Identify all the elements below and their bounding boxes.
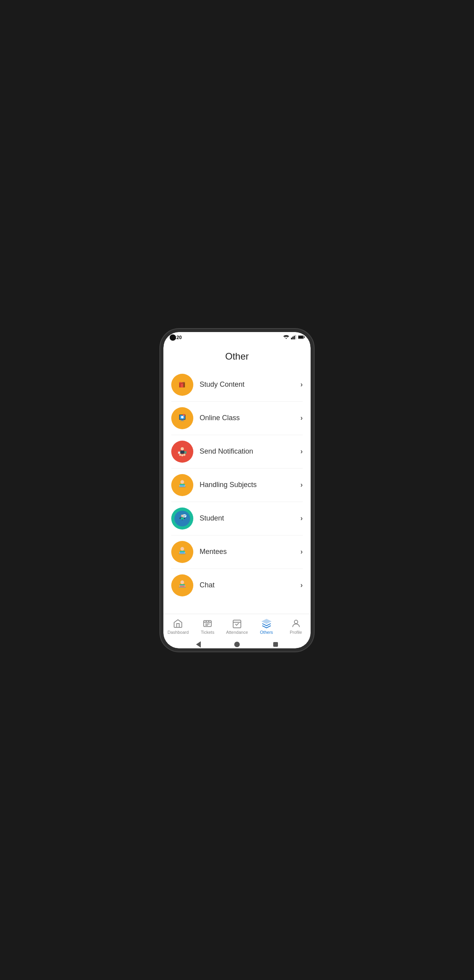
menu-item-send-notification[interactable]: Send Notification › [171,435,303,469]
svg-rect-51 [180,552,185,553]
home-icon [173,618,183,629]
svg-point-23 [181,447,184,450]
svg-point-28 [179,454,181,456]
mentees-chevron: › [300,548,303,556]
handling-subjects-chevron: › [300,481,303,489]
study-content-chevron: › [300,380,303,389]
page-title: Other [163,343,311,368]
battery-icon [298,335,305,340]
send-notification-label: Send Notification [200,447,300,456]
attendance-icon [232,618,242,629]
study-content-icon [171,374,193,396]
signal-icon [291,335,296,340]
chat-chevron: › [300,581,303,589]
others-icon [261,618,272,629]
home-button[interactable] [234,642,240,647]
menu-item-student[interactable]: Student › [171,502,303,535]
online-class-icon: ● [171,407,193,429]
nav-item-dashboard[interactable]: Dashboard [163,618,193,635]
svg-rect-1 [293,336,294,339]
svg-rect-36 [180,485,185,486]
tickets-icon [202,618,213,629]
nav-item-others[interactable]: Others [252,618,281,635]
svg-point-47 [180,547,184,550]
svg-rect-0 [291,338,292,339]
mentees-icon [171,541,193,563]
status-time: 10:20 [170,335,182,340]
screen-content: Other Study [163,343,311,614]
svg-rect-3 [295,335,296,339]
online-class-label: Online Class [200,414,300,422]
nav-item-profile[interactable]: Profile [281,618,311,635]
svg-rect-64 [233,620,241,628]
svg-rect-45 [181,517,184,519]
handling-subjects-icon [171,474,193,496]
svg-rect-13 [181,382,183,384]
phone-frame: 10:20 [160,329,314,651]
svg-rect-57 [180,585,185,587]
chat-icon [171,574,193,596]
status-icons [283,335,305,340]
svg-point-66 [294,620,298,624]
mentees-label: Mentees [200,548,300,556]
svg-rect-12 [181,383,183,388]
nav-label-others: Others [260,630,273,635]
nav-label-dashboard: Dashboard [167,630,189,635]
svg-rect-24 [180,450,185,454]
svg-point-30 [183,454,185,456]
send-notification-chevron: › [300,447,303,456]
profile-icon [291,618,301,629]
svg-rect-27 [184,451,186,454]
nav-label-profile: Profile [290,630,302,635]
menu-item-online-class[interactable]: ● Online Class › [171,402,303,435]
svg-rect-6 [298,336,303,338]
study-content-label: Study Content [200,380,300,389]
handling-subjects-label: Handling Subjects [200,481,300,489]
chat-label: Chat [200,581,300,589]
svg-point-29 [181,454,183,456]
student-label: Student [200,514,300,522]
menu-item-chat[interactable]: Chat › [171,569,303,602]
bottom-nav: Dashboard Tickets [163,614,311,640]
svg-point-17 [181,416,184,419]
svg-rect-2 [294,336,295,339]
nav-item-attendance[interactable]: Attendance [222,618,252,635]
menu-item-study-content[interactable]: Study Content › [171,368,303,402]
student-chevron: › [300,514,303,522]
menu-list: Study Content › ● [163,368,311,602]
back-button[interactable] [196,641,201,648]
nav-item-tickets[interactable]: Tickets [193,618,222,635]
nav-label-tickets: Tickets [201,630,214,635]
svg-point-53 [180,580,184,584]
svg-rect-19 [180,421,185,421]
svg-rect-58 [204,620,211,626]
menu-item-handling-subjects[interactable]: Handling Subjects › [171,469,303,502]
svg-rect-26 [178,451,180,451]
nav-label-attendance: Attendance [226,630,248,635]
student-icon [171,508,193,530]
svg-rect-18 [181,420,183,421]
wifi-icon [283,335,289,340]
svg-point-32 [180,480,184,484]
online-class-chevron: › [300,414,303,422]
send-notification-icon [171,441,193,463]
svg-point-44 [181,515,184,517]
recents-button[interactable] [273,642,278,647]
screen: 10:20 [163,332,311,648]
svg-rect-5 [304,336,305,338]
status-bar: 10:20 [163,332,311,343]
menu-item-mentees[interactable]: Mentees › [171,535,303,569]
